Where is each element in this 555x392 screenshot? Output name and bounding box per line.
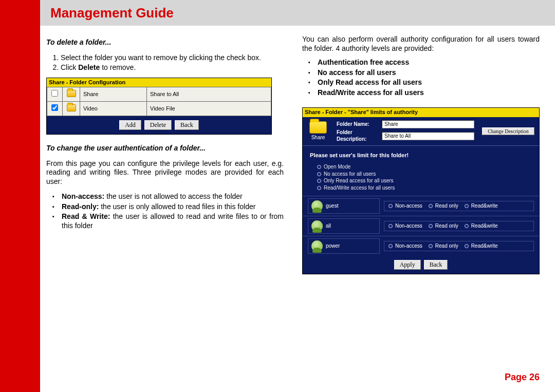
- folder-name-value: Share: [382, 120, 474, 129]
- shot2-header: Share Folder Name: Share Folder Descript…: [303, 117, 539, 146]
- mode-b: Read-only:: [62, 202, 99, 211]
- row0-desc: Share to All: [147, 87, 271, 102]
- user-row-1: all Non-access Read only Read&write: [303, 216, 539, 236]
- checkbox[interactable]: [51, 90, 58, 97]
- add-button[interactable]: Add: [119, 120, 141, 130]
- user-name: guest: [326, 203, 338, 210]
- page-header: Management Guide: [40, 0, 555, 26]
- user-icon: [311, 220, 323, 232]
- radio-icon: [317, 172, 321, 176]
- uopt-1[interactable]: Read only: [429, 223, 458, 230]
- radio-icon: [388, 224, 393, 228]
- user-row-0: guest Non-access Read only Read&write: [303, 196, 539, 216]
- authority-screenshot: Share - Folder - "Share" limits of autho…: [302, 107, 540, 274]
- uopt-2[interactable]: Read&write: [465, 243, 498, 250]
- folder-desc-value: Share to All: [382, 132, 474, 141]
- uopt-1[interactable]: Read only: [429, 243, 458, 250]
- apply-button[interactable]: Apply: [394, 260, 421, 270]
- step2-prefix: Click: [61, 63, 78, 71]
- authority-levels: Authentication free access No access for…: [308, 58, 540, 97]
- uopt-0[interactable]: Non-access: [388, 243, 422, 250]
- opt-label: Only Read access for all users: [324, 178, 394, 183]
- step-1: Select the folder you want to remove by …: [61, 53, 284, 63]
- user-cell: power: [308, 238, 380, 254]
- folder-name-label: Folder Name:: [337, 121, 382, 128]
- page-footer: Page 26: [46, 365, 540, 383]
- privilege-modes: Non-access: the user is not allowed to a…: [52, 192, 284, 230]
- row1-checkbox[interactable]: [47, 102, 63, 116]
- radio-icon: [429, 224, 433, 228]
- opt-label: Read&write: [471, 203, 498, 209]
- overall-auth-intro: You can also perform overall authority c…: [302, 35, 540, 53]
- shot2-folder-label: Share: [311, 135, 325, 141]
- mode-b: Non-access:: [62, 192, 104, 200]
- opt-label: Read only: [435, 203, 458, 209]
- folder-icon-cell: [63, 102, 80, 116]
- global-opt-3[interactable]: Read/Write access for all users: [317, 185, 532, 192]
- level-0: Authentication free access: [308, 58, 540, 67]
- change-description-button[interactable]: Change Description: [482, 127, 534, 135]
- delete-folder-heading: To delete a folder...: [46, 38, 284, 47]
- folder-icon: [67, 90, 76, 97]
- level-2: Only Read access for all users: [308, 78, 540, 87]
- step2-suffix: to remove.: [100, 63, 136, 71]
- page-title: Management Guide: [50, 5, 174, 21]
- step-2: Click Delete to remove.: [61, 63, 284, 72]
- radio-icon: [465, 224, 469, 228]
- mode-t: the user is only allowed to read files i…: [99, 202, 255, 211]
- user-icon: [311, 200, 323, 212]
- radio-icon: [317, 186, 321, 190]
- table-row: Share Share to All: [47, 87, 271, 102]
- global-opt-1[interactable]: No access for all users: [317, 171, 532, 178]
- mode-b: Read & Write:: [62, 212, 110, 220]
- step2-bold: Delete: [78, 63, 100, 71]
- user-name: power: [326, 243, 340, 250]
- change-auth-heading: To change the user authentication of a f…: [46, 144, 284, 153]
- folder-config-screenshot: Share - Folder Configuration Share Share…: [46, 78, 272, 135]
- global-opt-0[interactable]: Open Mode: [317, 164, 532, 171]
- shot2-button-row: Apply Back: [303, 256, 539, 274]
- mode-nonaccess: Non-access: the user is not allowed to a…: [52, 192, 284, 201]
- opt-label: Open Mode: [324, 164, 350, 170]
- page-content: Management Guide To delete a folder... S…: [40, 0, 555, 392]
- user-row-2: power Non-access Read only Read&write: [303, 236, 539, 256]
- uopt-1[interactable]: Read only: [429, 203, 458, 210]
- user-cell: guest: [308, 198, 380, 214]
- row0-name[interactable]: Share: [80, 87, 147, 102]
- delete-button[interactable]: Delete: [144, 120, 172, 130]
- checkbox[interactable]: [51, 104, 58, 111]
- user-cell: all: [308, 218, 380, 234]
- opt-label: Non-access: [395, 243, 422, 249]
- mode-t: the user is not allowed to access the fo…: [104, 192, 242, 200]
- red-sidebar: [0, 0, 40, 392]
- back-button-2[interactable]: Back: [424, 260, 448, 270]
- shot2-titlebar: Share - Folder - "Share" limits of autho…: [303, 108, 539, 117]
- level-1: No access for all users: [308, 68, 540, 78]
- row1-name[interactable]: Video: [80, 102, 147, 116]
- shot1-button-row: Add Delete Back: [47, 116, 271, 134]
- user-name: all: [326, 223, 331, 230]
- radio-icon: [465, 244, 469, 248]
- opt-label: Read only: [435, 243, 458, 249]
- folder-icon-cell: [63, 87, 80, 102]
- auth-intro: From this page you can configure the pri…: [46, 159, 284, 186]
- folder-desc-label: Folder Description:: [337, 129, 382, 142]
- user-opts: Non-access Read only Read&write: [384, 221, 534, 232]
- shot1-table: Share Share to All Video Video File: [47, 87, 271, 116]
- global-opt-2[interactable]: Only Read access for all users: [317, 178, 532, 184]
- uopt-2[interactable]: Read&write: [465, 223, 498, 230]
- left-column: To delete a folder... Select the folder …: [46, 35, 284, 365]
- opt-label: Non-access: [395, 223, 422, 229]
- uopt-2[interactable]: Read&write: [465, 203, 498, 210]
- opt-label: Read/Write access for all users: [324, 185, 395, 191]
- row0-checkbox[interactable]: [47, 87, 63, 102]
- uopt-0[interactable]: Non-access: [388, 223, 422, 230]
- opt-label: No access for all users: [324, 171, 376, 177]
- back-button[interactable]: Back: [175, 120, 199, 130]
- radio-icon: [317, 179, 321, 183]
- level-3: Read/Write access for all users: [308, 88, 540, 98]
- radio-icon: [429, 244, 433, 248]
- uopt-0[interactable]: Non-access: [388, 203, 422, 210]
- delete-steps: Select the folder you want to remove by …: [61, 53, 284, 72]
- opt-label: Read&write: [471, 223, 498, 229]
